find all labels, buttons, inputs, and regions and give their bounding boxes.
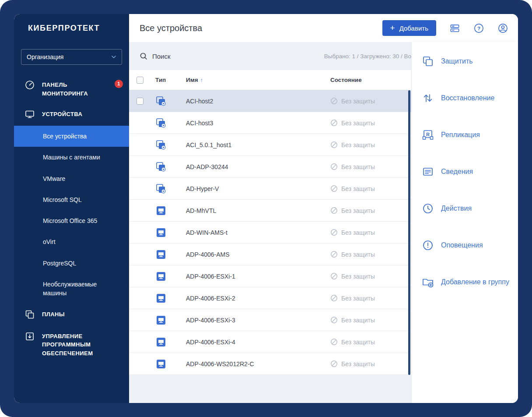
- no-protection-icon: [330, 360, 338, 368]
- sidebar-subitem[interactable]: Все устройства: [14, 126, 129, 147]
- action-label: Действия: [441, 204, 472, 213]
- action-recovery[interactable]: Восстановление: [412, 80, 518, 117]
- action-alerts[interactable]: Оповещения: [412, 227, 518, 264]
- action-label: Оповещения: [441, 240, 483, 250]
- table-row[interactable]: ADP-4006-ESXi-3 Без защиты: [129, 309, 411, 331]
- sidebar-nav: ПАНЕЛЬ МОНИТОРИНГА 1 УСТРОЙСТВА Все устр…: [14, 74, 129, 364]
- table-scrollbar[interactable]: [408, 90, 410, 375]
- action-protect[interactable]: Защитить: [412, 43, 518, 80]
- vm-host-icon: [155, 139, 167, 151]
- machine-icon: [155, 293, 167, 304]
- device-table-section: Поиск Выбрано: 1 / Загружено: 30 / Во Ти…: [129, 42, 411, 403]
- sidebar-item-label: ПАНЕЛЬ МОНИТОРИНГА: [42, 81, 99, 98]
- device-type-cell: [149, 139, 177, 151]
- select-all-cell: [129, 77, 149, 84]
- replication-icon: R: [421, 128, 434, 141]
- table-row[interactable]: ACI-host2 Без защиты: [129, 90, 411, 112]
- device-type-cell: [149, 336, 177, 348]
- devices-icon: [24, 109, 35, 120]
- action-replication[interactable]: R Репликация: [412, 117, 518, 153]
- select-all-checkbox[interactable]: [136, 77, 144, 84]
- table-row[interactable]: ADP-4006-WS2012R2-C Без защиты: [129, 353, 411, 375]
- row-checkbox[interactable]: [136, 98, 144, 105]
- column-header-name[interactable]: Имя ↑: [177, 77, 330, 83]
- table-row[interactable]: AD-MhVTL Без защиты: [129, 200, 411, 222]
- device-status: Без защиты: [330, 294, 411, 302]
- sidebar-subitem[interactable]: Необслуживаемые машины: [14, 274, 129, 304]
- sidebar-item-plans[interactable]: ПЛАНЫ: [14, 304, 129, 326]
- sort-ascending-icon: ↑: [200, 77, 203, 83]
- no-protection-icon: [330, 316, 338, 324]
- sidebar-subitem[interactable]: Машины с агентами: [14, 147, 129, 168]
- sidebar-item-devices[interactable]: УСТРОЙСТВА: [14, 104, 129, 126]
- table-row[interactable]: ADP-4006-ESXi-2 Без защиты: [129, 287, 411, 309]
- add-device-button[interactable]: + Добавить: [382, 20, 436, 36]
- plus-icon: +: [390, 24, 395, 32]
- action-label: Добавление в группу: [441, 277, 509, 287]
- dashboard-icon: [24, 80, 35, 90]
- status-text: Без защиты: [341, 120, 375, 127]
- sidebar-item-label: УСТРОЙСТВА: [42, 110, 82, 119]
- vm-host-icon: [155, 161, 167, 173]
- sidebar-subitem[interactable]: oVirt: [14, 231, 129, 252]
- action-add-to-group[interactable]: Добавление в группу: [412, 264, 518, 300]
- device-name: AD-ADP-30244: [177, 163, 330, 170]
- table-row[interactable]: ADP-4006-AMS Без защиты: [129, 244, 411, 265]
- table-row[interactable]: ADP-4006-ESXi-1 Без защиты: [129, 265, 411, 287]
- alerts-icon: [421, 239, 434, 252]
- svg-text:?: ?: [477, 25, 480, 31]
- device-status: Без защиты: [330, 272, 411, 280]
- device-status: Без защиты: [330, 97, 411, 105]
- sidebar-devices-subnav: Все устройстваМашины с агентамиVMwareMic…: [14, 126, 129, 304]
- no-protection-icon: [330, 251, 338, 258]
- device-type-cell: [149, 271, 177, 282]
- account-icon[interactable]: [497, 23, 508, 34]
- table-row[interactable]: AD-WIN-AMS-t Без защиты: [129, 222, 411, 244]
- notification-badge: 1: [115, 80, 123, 88]
- help-icon[interactable]: ?: [473, 23, 484, 34]
- no-protection-icon: [330, 207, 338, 214]
- status-text: Без защиты: [341, 360, 375, 368]
- device-name: ACI-host3: [177, 120, 330, 127]
- status-text: Без защиты: [341, 317, 375, 324]
- column-header-status[interactable]: Состояние: [330, 77, 411, 83]
- action-details[interactable]: Сведения: [412, 153, 518, 190]
- no-protection-icon: [330, 97, 338, 105]
- table-row[interactable]: ADP-4006-ESXi-4 Без защиты: [129, 331, 411, 353]
- status-text: Без защиты: [341, 229, 375, 236]
- search-icon[interactable]: [140, 52, 147, 60]
- table-row[interactable]: ACI-host3 Без защиты: [129, 112, 411, 134]
- device-status: Без защиты: [330, 229, 411, 236]
- device-type-cell: [149, 205, 177, 216]
- table-row[interactable]: ACI_5.0.1_host1 Без защиты: [129, 134, 411, 156]
- activities-clock-icon: [421, 202, 434, 215]
- console-switch-icon[interactable]: [449, 23, 460, 34]
- table-row[interactable]: AD-Hyper-V Без защиты: [129, 178, 411, 200]
- machine-icon: [155, 205, 167, 216]
- status-text: Без защиты: [341, 207, 375, 214]
- device-status: Без защиты: [330, 251, 411, 258]
- device-name: AD-MhVTL: [177, 207, 330, 214]
- no-protection-icon: [330, 141, 338, 148]
- status-text: Без защиты: [341, 185, 375, 192]
- column-header-type[interactable]: Тип: [149, 77, 177, 83]
- sidebar-subitem[interactable]: VMware: [14, 168, 129, 189]
- sidebar-item-label: ПЛАНЫ: [42, 310, 65, 319]
- machine-icon: [155, 249, 167, 260]
- device-name: ADP-4006-ESXi-2: [177, 295, 330, 302]
- machine-icon: [155, 336, 167, 348]
- search-input[interactable]: Поиск: [152, 53, 171, 60]
- add-to-group-icon: [421, 276, 434, 289]
- sidebar-item-software-management[interactable]: УПРАВЛЕНИЕ ПРОГРАММНЫМ ОБЕСПЕЧЕНИЕМ: [14, 326, 129, 364]
- sidebar-subitem[interactable]: Microsoft Office 365: [14, 210, 129, 231]
- action-label: Восстановление: [441, 93, 494, 103]
- org-selector[interactable]: Организация: [21, 49, 122, 65]
- sidebar-item-dashboard[interactable]: ПАНЕЛЬ МОНИТОРИНГА 1: [14, 74, 129, 104]
- sidebar-subitem[interactable]: Microsoft SQL: [14, 189, 129, 210]
- protect-icon: [421, 55, 434, 68]
- action-activities[interactable]: Действия: [412, 190, 518, 227]
- sidebar: КИБЕРПРОТЕКТ Организация ПАН: [14, 14, 129, 403]
- column-header-name-label: Имя: [186, 77, 198, 83]
- sidebar-subitem[interactable]: PostgreSQL: [14, 253, 129, 274]
- table-row[interactable]: AD-ADP-30244 Без защиты: [129, 156, 411, 178]
